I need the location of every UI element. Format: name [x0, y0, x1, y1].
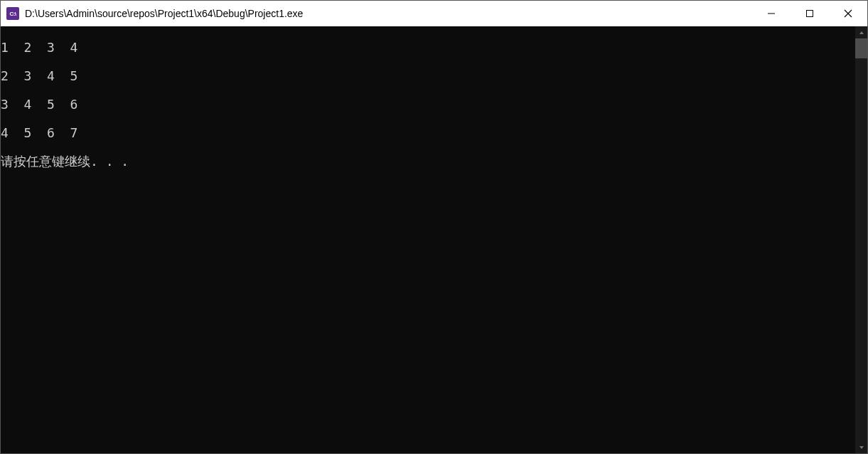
window-title: D:\Users\Admin\source\repos\Project1\x64…: [25, 8, 752, 19]
vertical-scrollbar[interactable]: [855, 26, 867, 453]
console-output[interactable]: 1 2 3 4 2 3 4 5 3 4 5 6 4 5 6 7 请按任意键继续.…: [1, 26, 855, 453]
console-line: 1 2 3 4: [1, 41, 855, 55]
scroll-down-button[interactable]: [855, 441, 867, 453]
chevron-down-icon: [859, 445, 864, 450]
client-area: 1 2 3 4 2 3 4 5 3 4 5 6 4 5 6 7 请按任意键继续.…: [1, 26, 867, 453]
close-icon: [844, 9, 852, 18]
scroll-up-button[interactable]: [855, 26, 867, 38]
maximize-icon: [805, 9, 814, 18]
scrollbar-thumb[interactable]: [855, 38, 867, 58]
scrollbar-track[interactable]: [855, 38, 867, 441]
close-button[interactable]: [829, 1, 867, 26]
console-line: 4 5 6 7: [1, 126, 855, 140]
console-line: 3 4 5 6: [1, 97, 855, 112]
svg-rect-1: [807, 11, 813, 17]
app-icon: C:\: [6, 7, 19, 20]
svg-rect-0: [768, 14, 775, 14]
minimize-button[interactable]: [752, 1, 791, 26]
titlebar[interactable]: C:\ D:\Users\Admin\source\repos\Project1…: [1, 1, 867, 26]
maximize-button[interactable]: [791, 1, 829, 26]
chevron-up-icon: [859, 30, 864, 36]
window-controls: [752, 1, 867, 26]
console-line: 请按任意键继续. . .: [1, 154, 855, 169]
minimize-icon: [767, 9, 776, 18]
console-line: 2 3 4 5: [1, 69, 855, 83]
console-window: C:\ D:\Users\Admin\source\repos\Project1…: [0, 0, 868, 454]
